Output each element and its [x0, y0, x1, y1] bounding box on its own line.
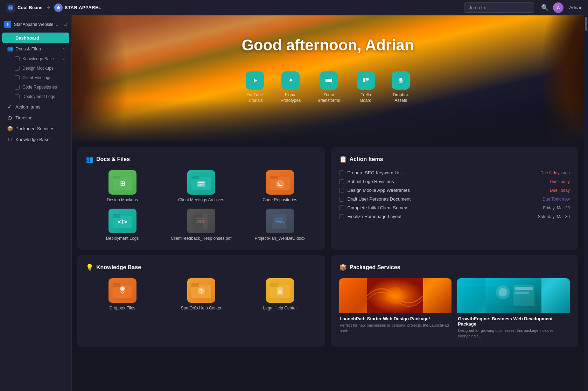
search-icon[interactable]: 🔍 — [541, 4, 549, 12]
sidebar-sub-deployment-logs[interactable]: Deployment Logs — [2, 92, 69, 101]
svg-rect-30 — [198, 186, 202, 186]
trello-icon — [357, 71, 375, 90]
shortcut-trello[interactable]: TrelloBoard — [357, 71, 375, 103]
avatar[interactable]: A — [553, 2, 564, 13]
docs-icon: 👥 — [7, 46, 13, 51]
svg-point-64 — [386, 287, 404, 305]
svg-rect-70 — [515, 292, 529, 294]
trello-label: TrelloBoard — [360, 92, 371, 103]
sidebar-item-knowledge-base[interactable]: □ Knowledge Base — [2, 134, 69, 145]
checkbox-personas[interactable] — [339, 197, 344, 202]
sidebar-sub-client-meetings[interactable]: Client Meetings... — [2, 73, 69, 82]
client-meetings-label: Client Meetings Archives — [178, 197, 224, 203]
checkbox-mobile[interactable] — [339, 188, 344, 193]
checkbox-seo[interactable] — [339, 170, 344, 175]
action-text-homepage: Finalize Homepage Layout — [348, 214, 534, 219]
scrollbar-track[interactable] — [584, 15, 588, 391]
dl-sub-icon — [15, 94, 20, 99]
sidebar-sub-knowledge-base[interactable]: Knowledge Base ∨ — [2, 54, 69, 63]
star-apparel-label: STAR APPAREL — [65, 5, 102, 10]
svg-text:?: ? — [200, 288, 203, 294]
service-launchpad[interactable]: LaunchPad: Starter Web Design Package° P… — [339, 278, 452, 339]
packaged-services-icon: 📦 — [7, 126, 13, 131]
docs-files-title: Docs & Files — [96, 156, 130, 162]
action-text-logo: Submit Logo Revisions — [348, 179, 546, 184]
cr-sub-label: Code Repositories — [22, 85, 57, 90]
file-project-plan[interactable]: DOCX ProjectPlan_WebDev. docx — [243, 209, 316, 242]
launchpad-desc: Perfect for new businesses or personal p… — [340, 323, 451, 334]
youtube-label: YouTubeTutorials — [246, 92, 263, 103]
hero-greeting: Good afternoon, Adrian — [241, 36, 414, 54]
file-client-meetings[interactable]: Client Meetings Archives — [164, 170, 238, 203]
action-item-personas: Draft User Personas Document Due Tomorro… — [339, 196, 570, 202]
docs-files-card-icon: 👥 — [86, 155, 93, 163]
action-items-list: Prepare SEO Keyword List Due 8 days ago … — [339, 170, 570, 219]
sidebar-label-knowledge-base: Knowledge Base — [15, 137, 65, 142]
action-due-homepage: Saturday, Mar 30 — [538, 214, 570, 219]
kb-item-spoton[interactable]: ? SpotOn's Help Center — [164, 278, 238, 310]
files-grid: ⊞ Design Mockups — [86, 170, 317, 241]
file-deployment-logs[interactable]: </> Deployment Logs — [86, 209, 159, 242]
svg-rect-6 — [10, 38, 12, 40]
project-icon: S — [4, 21, 11, 28]
project-selector[interactable]: S Star Apparel Website ... ⇄ — [0, 18, 71, 31]
checkbox-homepage[interactable] — [339, 214, 344, 219]
timeline-icon: ◷ — [7, 115, 13, 120]
sidebar-sub-code-repos[interactable]: Code Repositories — [2, 83, 69, 92]
dm-sub-label: Design Mockups — [22, 66, 54, 71]
kb-chevron-icon: ∨ — [62, 57, 65, 61]
svg-point-68 — [499, 288, 507, 296]
growth-engine-title: GrowthEngine: Business Web Development P… — [458, 316, 569, 327]
kb-item-dropbox[interactable]: Dropbox Files — [86, 278, 159, 310]
kb-card-icon: 💡 — [86, 264, 93, 271]
svg-marker-2 — [56, 6, 61, 9]
file-client-feedback[interactable]: PDF ClientFeedback_Resp onses.pdf — [164, 209, 238, 242]
hero-section: Good afternoon, Adrian YouTubeTutorials — [72, 15, 584, 141]
sidebar: S Star Apparel Website ... ⇄ Dashboard 👥… — [0, 15, 72, 391]
dropbox-label: DropboxAssets — [393, 92, 409, 103]
checkbox-survey[interactable] — [339, 205, 344, 210]
action-items-header: 📋 Action Items — [339, 155, 570, 163]
svg-rect-26 — [191, 176, 199, 179]
deployment-logs-label: Deployment Logs — [106, 236, 139, 242]
ps-header: 📦 Packaged Services — [339, 264, 570, 271]
cr-sub-icon — [15, 85, 20, 90]
client-meetings-icon — [187, 170, 215, 195]
shortcut-youtube[interactable]: YouTubeTutorials — [246, 71, 264, 103]
action-due-mobile: Due Today — [550, 188, 570, 193]
file-design-mockups[interactable]: ⊞ Design Mockups — [86, 170, 159, 203]
svg-text:DOCX: DOCX — [275, 221, 285, 224]
sidebar-item-packaged-services[interactable]: 📦 Packaged Services — [2, 123, 69, 134]
sidebar-sub-design-mockups[interactable]: Design Mockups — [2, 64, 69, 73]
star-apparel-nav[interactable]: STAR APPAREL — [54, 4, 102, 12]
checkbox-logo[interactable] — [339, 179, 344, 184]
action-items-icon: ✓ — [7, 104, 13, 110]
kb-item-legal[interactable]: ⚖ Legal Help Center — [243, 278, 316, 310]
action-item-seo: Prepare SEO Keyword List Due 8 days ago — [339, 170, 570, 175]
jump-to-search[interactable]: Jump to... — [464, 2, 534, 13]
svg-rect-29 — [198, 184, 204, 184]
cool-beans-logo[interactable]: C Cool Beans — [6, 3, 43, 13]
action-text-personas: Draft User Personas Document — [348, 196, 539, 202]
hero-fade-bottom — [72, 99, 584, 141]
growth-engine-info: GrowthEngine: Business Web Development P… — [457, 316, 570, 339]
sidebar-item-docs-files[interactable]: 👥 Docs & Files ∧ — [2, 43, 69, 54]
sidebar-item-dashboard[interactable]: Dashboard — [2, 33, 69, 43]
file-code-repos[interactable]: Code Repositories — [243, 170, 316, 203]
sidebar-label-dashboard: Dashboard — [15, 35, 65, 41]
dropbox-files-icon — [108, 278, 136, 303]
svg-rect-69 — [515, 287, 533, 290]
shortcut-zoom[interactable]: ZoomBrainstorms — [317, 71, 340, 103]
sidebar-item-action-items[interactable]: ✓ Action Items — [2, 102, 69, 112]
deployment-logs-icon: </> — [108, 209, 136, 233]
scrollbar-thumb[interactable] — [585, 17, 587, 31]
user-name-label: Adrian — [569, 5, 582, 10]
shortcut-dropbox[interactable]: DropboxAssets — [392, 71, 410, 103]
service-growth-engine[interactable]: GrowthEngine: Business Web Development P… — [457, 278, 570, 339]
dashboard-icon — [7, 35, 13, 41]
spoton-icon: ? — [187, 278, 215, 303]
svg-text:C: C — [9, 6, 12, 10]
sidebar-item-timeline[interactable]: ◷ Timeline — [2, 112, 69, 123]
sidebar-label-timeline: Timeline — [15, 115, 65, 120]
shortcut-figma[interactable]: ✦ FigmaPrototypes — [281, 71, 301, 103]
